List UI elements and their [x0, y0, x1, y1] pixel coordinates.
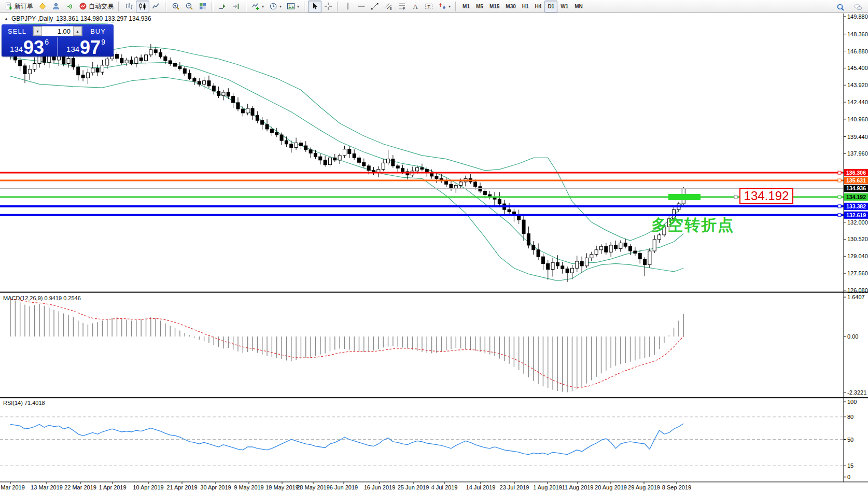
auto-scroll-button[interactable]: [216, 1, 229, 12]
timeframe-m1-button[interactable]: M1: [459, 1, 473, 12]
timeframe-w1-button[interactable]: W1: [557, 1, 571, 12]
dropdown-arrow-icon[interactable]: ▾: [279, 4, 282, 9]
search-button[interactable]: [834, 1, 847, 13]
green-underline-mark: [58, 20, 114, 24]
crosshair-button[interactable]: [321, 1, 335, 12]
new-order-label: 新订单: [15, 2, 33, 11]
cursor-button[interactable]: [308, 1, 321, 12]
search-icon: [836, 3, 845, 11]
svg-text:25 Jun 2019: 25 Jun 2019: [398, 484, 429, 490]
autoscroll-icon: [218, 2, 227, 10]
svg-text:4 Jul 2019: 4 Jul 2019: [431, 484, 458, 490]
svg-text:145.400: 145.400: [847, 65, 868, 71]
tiles-icon: [199, 2, 207, 10]
toolbar-separator: [455, 2, 457, 11]
highlight-rectangle[interactable]: [668, 194, 701, 200]
timeframe-h4-button[interactable]: H4: [532, 1, 545, 12]
price-tag: 135.631: [844, 177, 868, 184]
turning-point-note[interactable]: 多空转折点: [651, 215, 734, 236]
toolbar-right-icons: [834, 1, 865, 13]
timeframe-m15-button[interactable]: M15: [486, 1, 502, 12]
chart-shift-button[interactable]: [229, 1, 243, 12]
line-anchor-handle[interactable]: [734, 195, 737, 199]
timeframe-mn-button[interactable]: MN: [571, 1, 586, 12]
clock-icon: [269, 2, 277, 10]
svg-text:0: 0: [847, 474, 850, 480]
tline-icon: [371, 2, 379, 10]
buy-button[interactable]: BUY: [83, 27, 113, 35]
equidistant-channel-button[interactable]: E: [382, 1, 395, 12]
svg-text:143.920: 143.920: [847, 82, 868, 88]
horizontal-line-button[interactable]: [355, 1, 368, 12]
dropdown-arrow-icon[interactable]: ▾: [297, 4, 299, 9]
periods-button[interactable]: ▾: [267, 1, 284, 12]
svg-text:139.440: 139.440: [847, 134, 868, 140]
svg-text:140.960: 140.960: [847, 116, 868, 122]
svg-text:22 Mar 2019: 22 Mar 2019: [64, 484, 96, 490]
zoom-in-button[interactable]: [169, 1, 183, 12]
sell-button[interactable]: SELL: [3, 27, 32, 35]
tile-windows-button[interactable]: [196, 1, 209, 12]
price-annotation-callout[interactable]: 134.192: [739, 188, 793, 204]
svg-text:1.6407: 1.6407: [847, 294, 865, 300]
svg-text:133.382: 133.382: [846, 203, 866, 209]
text-label-button[interactable]: T: [422, 1, 436, 12]
image-icon: [287, 2, 295, 10]
signals-button[interactable]: [63, 1, 76, 12]
volume-input[interactable]: ▼ 1.00 ▲: [33, 26, 82, 36]
timeframe-h1-button[interactable]: H1: [519, 1, 532, 12]
bar-chart-button[interactable]: [122, 1, 136, 12]
shiftend-icon: [232, 2, 240, 10]
svg-text:19 May 2019: 19 May 2019: [265, 484, 299, 490]
dropdown-arrow-icon[interactable]: ▾: [449, 4, 451, 9]
timeframe-d1-button[interactable]: D1: [544, 1, 557, 12]
trend-line-button[interactable]: [368, 1, 382, 12]
toolbar-separator: [212, 2, 214, 11]
svg-text:136.306: 136.306: [846, 170, 866, 176]
timeframe-m5-button[interactable]: M5: [473, 1, 486, 12]
linechart-icon: [152, 2, 160, 10]
rsi-indicator-label: RSI(14) 71.4018: [3, 400, 45, 406]
volume-up-button[interactable]: ▲: [73, 26, 82, 36]
vertical-line-button[interactable]: [341, 1, 355, 12]
styles-button[interactable]: [36, 1, 49, 12]
sell-price[interactable]: 134 93 6: [2, 37, 57, 57]
dropdown-arrow-icon[interactable]: ▾: [262, 4, 264, 9]
buy-price[interactable]: 134 97 9: [58, 37, 114, 57]
svg-text:142.440: 142.440: [847, 99, 868, 105]
volume-down-button[interactable]: ▼: [33, 26, 42, 36]
svg-text:14 Jul 2019: 14 Jul 2019: [466, 484, 496, 490]
candle-chart-button[interactable]: [136, 1, 149, 12]
svg-text:11 Aug 2019: 11 Aug 2019: [562, 484, 594, 490]
fibo-icon: F: [398, 2, 406, 10]
timeframe-m30-button[interactable]: M30: [502, 1, 519, 12]
collapse-panel-icon[interactable]: ▲: [4, 17, 8, 21]
chart-canvas[interactable]: 149.880148.360146.880145.400143.920142.4…: [0, 0, 868, 491]
green-underline-mark: [13, 20, 51, 24]
text-button[interactable]: A: [409, 1, 422, 12]
indicators-button[interactable]: ▾: [249, 1, 267, 12]
svg-text:15: 15: [847, 462, 853, 469]
toolbar-separator: [304, 2, 306, 11]
svg-text:134.192: 134.192: [846, 194, 866, 200]
svg-text:10 Apr 2019: 10 Apr 2019: [133, 484, 163, 490]
line-chart-button[interactable]: [149, 1, 163, 12]
svg-text:50: 50: [847, 437, 853, 443]
svg-text:28 May 2019: 28 May 2019: [297, 484, 330, 490]
svg-text:137.960: 137.960: [847, 150, 868, 157]
profile-button[interactable]: [49, 1, 63, 12]
svg-text:8 Sep 2019: 8 Sep 2019: [662, 484, 691, 490]
chat-button[interactable]: [851, 1, 865, 13]
svg-text:148.360: 148.360: [847, 31, 868, 37]
volume-value[interactable]: 1.00: [42, 27, 73, 35]
templates-button[interactable]: ▾: [284, 1, 302, 12]
fibonacci-button[interactable]: F: [395, 1, 409, 12]
sell-price-sup: 6: [45, 38, 49, 46]
price-axis[interactable]: 149.880148.360146.880145.400143.920142.4…: [844, 13, 868, 482]
zoom-out-button[interactable]: [183, 1, 196, 12]
user-icon: [52, 2, 60, 10]
new-order-button[interactable]: 新订单: [2, 1, 36, 12]
svg-text:-2.3221: -2.3221: [847, 389, 866, 396]
arrow-objects-button[interactable]: ▾: [436, 1, 453, 12]
auto-trading-button[interactable]: 自动交易: [76, 1, 116, 12]
